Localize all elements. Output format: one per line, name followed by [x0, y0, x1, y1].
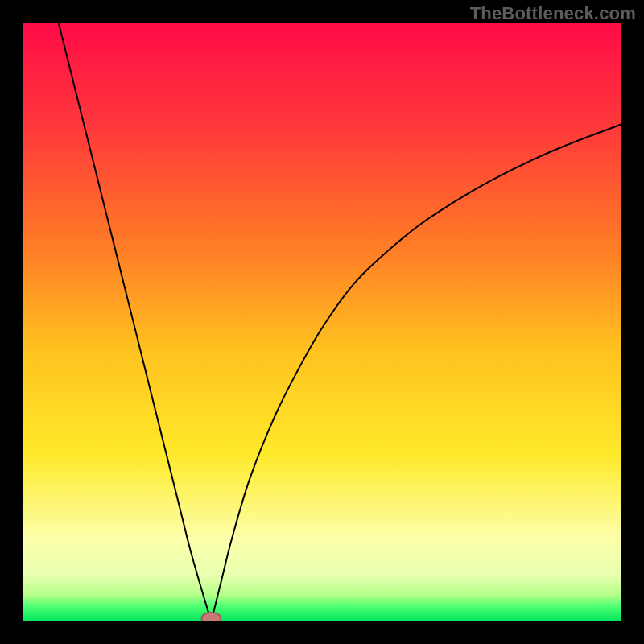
- gradient-background: [23, 23, 621, 621]
- attribution-text: TheBottleneck.com: [470, 3, 636, 24]
- minimum-marker: [201, 613, 221, 621]
- bottleneck-chart: [23, 23, 621, 621]
- chart-frame: TheBottleneck.com: [0, 0, 644, 644]
